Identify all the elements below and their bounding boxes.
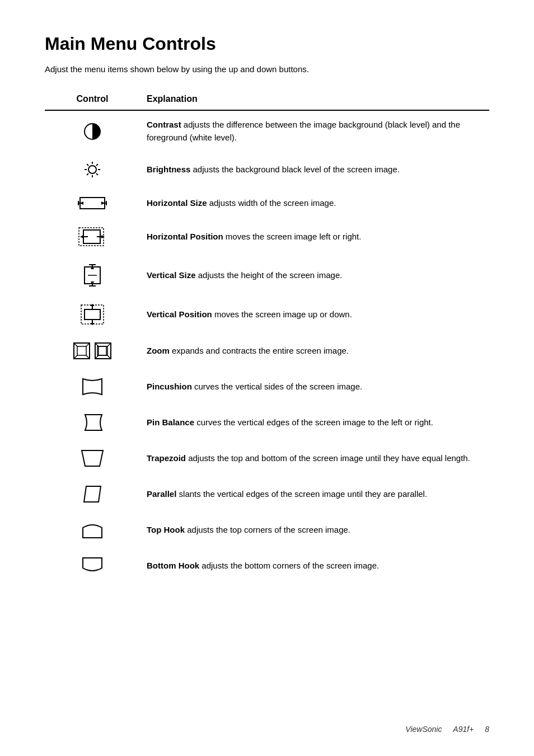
- col-header-control: Control: [45, 90, 140, 110]
- bottom-hook-icon: [45, 548, 140, 584]
- explanation-bold-label: Trapezoid: [147, 453, 186, 463]
- table-row: Trapezoid adjusts the top and bottom of …: [45, 440, 489, 476]
- table-row: Vertical Position moves the screen image…: [45, 296, 489, 333]
- pin-balance-icon: [45, 405, 140, 440]
- explanation-bold-label: Vertical Size: [147, 270, 196, 280]
- table-row: Parallel slants the vertical edges of th…: [45, 476, 489, 512]
- table-row: Zoom expands and contracts the entire sc…: [45, 333, 489, 369]
- footer-model: A91f+: [453, 725, 474, 734]
- svg-point-1: [88, 166, 96, 173]
- explanation-cell: Brightness adjusts the background black …: [140, 152, 489, 187]
- svg-marker-23: [80, 235, 83, 238]
- trapezoid-icon: [45, 440, 140, 476]
- zoom-icon: [45, 333, 140, 369]
- footer-brand: ViewSonic: [405, 725, 442, 734]
- explanation-cell: Trapezoid adjusts the top and bottom of …: [140, 440, 489, 476]
- explanation-bold-label: Horizontal Position: [147, 232, 223, 241]
- svg-rect-33: [85, 309, 100, 320]
- parallel-icon: [45, 476, 140, 512]
- svg-rect-10: [80, 198, 105, 209]
- explanation-bold-label: Contrast: [147, 120, 181, 129]
- table-row: Bottom Hook adjusts the bottom corners o…: [45, 548, 489, 584]
- table-row: Brightness adjusts the background black …: [45, 152, 489, 187]
- explanation-cell: Vertical Size adjusts the height of the …: [140, 255, 489, 296]
- pincushion-icon: [45, 369, 140, 405]
- explanation-bold-label: Horizontal Size: [147, 198, 207, 208]
- horizontal-position-icon: [45, 219, 140, 255]
- explanation-cell: Horizontal Position moves the screen ima…: [140, 219, 489, 255]
- footer-page: 8: [485, 725, 489, 734]
- explanation-bold-label: Brightness: [147, 165, 190, 174]
- svg-marker-24: [101, 235, 105, 238]
- footer: ViewSonic A91f+ 8: [396, 725, 489, 734]
- page-title: Main Menu Controls: [45, 34, 489, 54]
- horizontal-size-icon: [45, 187, 140, 219]
- explanation-bold-label: Vertical Position: [147, 309, 212, 319]
- explanation-cell: Vertical Position moves the screen image…: [140, 296, 489, 333]
- explanation-cell: Pincushion curves the vertical sides of …: [140, 369, 489, 405]
- explanation-cell: Bottom Hook adjusts the bottom corners o…: [140, 548, 489, 584]
- explanation-cell: Top Hook adjusts the top corners of the …: [140, 512, 489, 548]
- table-row: Top Hook adjusts the top corners of the …: [45, 512, 489, 548]
- table-row: Horizontal Size adjusts width of the scr…: [45, 187, 489, 219]
- vertical-position-icon: [45, 296, 140, 333]
- svg-line-8: [96, 164, 98, 166]
- svg-line-7: [96, 173, 98, 175]
- contrast-icon: [45, 110, 140, 152]
- explanation-bold-label: Pincushion: [147, 382, 192, 391]
- explanation-cell: Parallel slants the vertical edges of th…: [140, 476, 489, 512]
- explanation-cell: Zoom expands and contracts the entire sc…: [140, 333, 489, 369]
- explanation-cell: Pin Balance curves the vertical edges of…: [140, 405, 489, 440]
- col-header-explanation: Explanation: [140, 90, 489, 110]
- explanation-cell: Contrast adjusts the difference between …: [140, 110, 489, 152]
- page-subtitle: Adjust the menu items shown below by usi…: [45, 64, 489, 74]
- svg-rect-40: [77, 346, 86, 355]
- vertical-size-icon: [45, 255, 140, 296]
- explanation-cell: Horizontal Size adjusts width of the scr…: [140, 187, 489, 219]
- top-hook-icon: [45, 512, 140, 548]
- explanation-bold-label: Top Hook: [147, 525, 185, 534]
- table-row: Horizontal Position moves the screen ima…: [45, 219, 489, 255]
- explanation-bold-label: Pin Balance: [147, 417, 194, 427]
- table-row: Pincushion curves the vertical sides of …: [45, 369, 489, 405]
- controls-table: Control Explanation Contrast adjusts the…: [45, 90, 489, 584]
- explanation-bold-label: Parallel: [147, 489, 176, 499]
- table-row: Pin Balance curves the vertical edges of…: [45, 405, 489, 440]
- explanation-bold-label: Bottom Hook: [147, 561, 199, 570]
- explanation-bold-label: Zoom: [147, 346, 170, 355]
- svg-line-9: [87, 173, 88, 175]
- svg-line-6: [87, 164, 88, 166]
- brightness-icon: [45, 152, 140, 187]
- table-row: Contrast adjusts the difference between …: [45, 110, 489, 152]
- table-row: Vertical Size adjusts the height of the …: [45, 255, 489, 296]
